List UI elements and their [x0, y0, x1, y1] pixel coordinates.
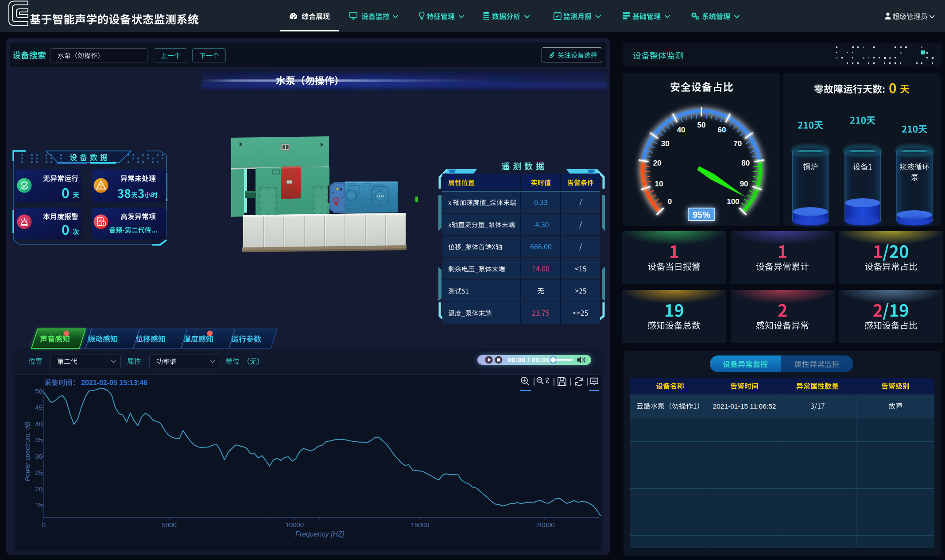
- svg-text:60: 60: [717, 126, 726, 134]
- svg-text:80: 80: [741, 159, 750, 167]
- svg-text:30: 30: [661, 139, 670, 148]
- svg-text:Power spectrum, dB: Power spectrum, dB: [23, 421, 31, 481]
- svg-text:70: 70: [733, 139, 742, 148]
- svg-text:10: 10: [655, 180, 663, 188]
- svg-text:100: 100: [727, 197, 739, 206]
- svg-text:40: 40: [677, 126, 686, 134]
- svg-text:90: 90: [740, 180, 748, 188]
- svg-text:20: 20: [653, 159, 662, 167]
- svg-text:50: 50: [697, 121, 706, 129]
- svg-text:0: 0: [668, 197, 672, 206]
